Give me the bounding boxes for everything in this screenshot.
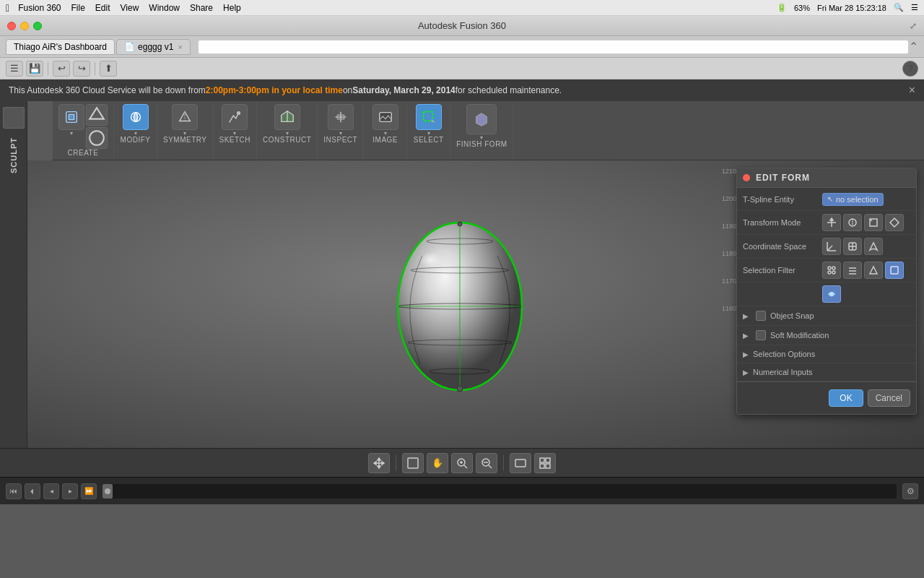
object-snap-label: Object Snap xyxy=(770,311,814,320)
sel-filter-btn-1[interactable] xyxy=(822,262,841,279)
timeline-play[interactable]: ▸ xyxy=(62,483,78,499)
timeline-prev-frame[interactable]: ⏴ xyxy=(25,483,40,499)
symmetry-dropdown-arrow[interactable] xyxy=(172,130,198,136)
cancel-button[interactable]: Cancel xyxy=(868,389,910,407)
sel-filter-btn-3[interactable] xyxy=(864,262,883,279)
soft-modification-row[interactable]: ▶ Soft Modification xyxy=(737,326,916,345)
tab-dashboard[interactable]: Thiago AiR's Dashboard xyxy=(6,39,115,55)
inspect-dropdown-arrow[interactable] xyxy=(328,130,354,136)
finishform-primary-btn[interactable] xyxy=(466,104,497,134)
notification-time-highlight: 2:00pm-3:00pm in your local time xyxy=(206,85,343,95)
inspect-primary-btn[interactable] xyxy=(328,104,354,130)
transform-mode-btn-4[interactable] xyxy=(885,214,904,231)
ribbon-section-inspect: INSPECT xyxy=(318,101,364,160)
object-snap-arrow: ▶ xyxy=(743,312,749,320)
sculpt-thumbnail[interactable] xyxy=(3,107,25,129)
timeline-skip-end[interactable]: ⏩ xyxy=(81,483,97,499)
minimize-window-btn[interactable] xyxy=(20,22,29,30)
object-snap-checkbox[interactable] xyxy=(756,311,766,321)
sketch-primary-btn[interactable] xyxy=(222,104,248,130)
notification-close-btn[interactable]: × xyxy=(909,84,915,97)
bottom-tool-grid[interactable] xyxy=(534,453,556,473)
bottom-tool-zoom-out[interactable] xyxy=(476,453,497,473)
sel-options-label: Selection Options xyxy=(753,350,815,358)
menu-view[interactable]: View xyxy=(121,3,139,13)
notification-text-before: This Autodesk 360 Cloud Service will be … xyxy=(9,85,206,95)
num-inputs-label: Numerical Inputs xyxy=(753,368,813,376)
panel-header: EDIT FORM xyxy=(737,168,916,188)
help-btn[interactable]: ? xyxy=(902,61,918,77)
bottom-tool-box[interactable] xyxy=(402,453,424,473)
menu-edit[interactable]: Edit xyxy=(95,3,110,13)
selection-options-row[interactable]: ▶ Selection Options xyxy=(737,345,916,363)
timeline-track[interactable] xyxy=(103,484,897,499)
bottom-tool-move[interactable] xyxy=(368,453,390,473)
construct-dropdown-arrow[interactable] xyxy=(274,130,300,136)
extra-filter-btn[interactable] xyxy=(822,285,841,303)
create-sub-btn-2[interactable] xyxy=(86,127,108,149)
coord-btn-2[interactable] xyxy=(843,238,862,255)
expand-btn[interactable]: ⤢ xyxy=(910,21,917,31)
object-snap-row[interactable]: ▶ Object Snap xyxy=(737,306,916,326)
close-window-btn[interactable] xyxy=(7,22,16,30)
transform-mode-btn-2[interactable] xyxy=(843,214,862,231)
timeline-step-back[interactable]: ◂ xyxy=(43,483,59,499)
tab-close-btn[interactable]: × xyxy=(178,43,182,51)
svg-point-50 xyxy=(830,293,833,296)
construct-primary-btn[interactable] xyxy=(274,104,300,130)
transform-mode-btn-3[interactable] xyxy=(864,214,883,231)
sel-filter-btn-4[interactable] xyxy=(885,262,904,279)
create-primary-btn[interactable] xyxy=(58,104,84,130)
image-dropdown-arrow[interactable] xyxy=(372,130,398,136)
timeline-skip-start[interactable]: ⏮ xyxy=(6,483,22,499)
select-primary-btn[interactable] xyxy=(416,104,442,130)
notification-bar: This Autodesk 360 Cloud Service will be … xyxy=(0,79,924,101)
coord-btn-3[interactable] xyxy=(864,238,883,255)
ribbon-section-symmetry: SYMMETRY xyxy=(157,101,214,160)
ok-button[interactable]: OK xyxy=(829,389,863,407)
coord-btn-1[interactable] xyxy=(822,238,841,255)
timeline-settings-btn[interactable]: ⚙ xyxy=(902,483,918,499)
timeline-thumb[interactable] xyxy=(103,484,113,499)
menu-icon[interactable]: ☰ xyxy=(911,3,918,12)
menu-window[interactable]: Window xyxy=(149,3,180,13)
modify-primary-btn[interactable] xyxy=(123,104,149,130)
panel-close-btn[interactable] xyxy=(743,174,750,181)
menu-file[interactable]: File xyxy=(71,3,85,13)
bottom-tool-display[interactable] xyxy=(510,453,531,473)
viewport[interactable]: FRONT 1210 1200 1190 1180 1170 1160 xyxy=(27,160,924,448)
toolbar-right: ? xyxy=(902,61,918,77)
tab-url-input[interactable] xyxy=(198,40,909,54)
search-icon[interactable]: 🔍 xyxy=(894,3,904,12)
select-dropdown-arrow[interactable] xyxy=(416,130,442,136)
sel-filter-btn-2[interactable] xyxy=(843,262,862,279)
menu-fusion360[interactable]: Fusion 360 xyxy=(18,3,61,13)
soft-mod-checkbox[interactable] xyxy=(756,330,766,340)
sidebar-toggle-btn[interactable]: ☰ xyxy=(6,61,23,77)
numerical-inputs-row[interactable]: ▶ Numerical Inputs xyxy=(737,363,916,381)
sketch-dropdown-arrow[interactable] xyxy=(222,130,248,136)
notification-text-after: for scheduled maintenance. xyxy=(456,85,562,95)
symmetry-primary-btn[interactable] xyxy=(172,104,198,130)
maximize-window-btn[interactable] xyxy=(33,22,42,30)
undo-btn[interactable]: ↩ xyxy=(53,61,70,77)
timeline: ⏮ ⏴ ◂ ▸ ⏩ ⚙ xyxy=(0,477,924,504)
t-spline-selection-input[interactable]: ↖ no selection xyxy=(822,193,884,206)
tab-collapse-btn[interactable]: ⌃ xyxy=(909,40,918,53)
transform-mode-btn-1[interactable] xyxy=(822,214,841,231)
image-primary-btn[interactable] xyxy=(372,104,398,130)
finishform-dropdown-arrow[interactable] xyxy=(466,134,497,140)
save-btn[interactable]: 💾 xyxy=(26,61,43,77)
edit-form-panel: EDIT FORM T-Spline Entity ↖ no selection… xyxy=(736,168,917,415)
tab-file[interactable]: 📄 egggg v1 × xyxy=(116,39,191,55)
redo-btn[interactable]: ↪ xyxy=(73,61,90,77)
create-sub-btn-1[interactable] xyxy=(86,104,108,126)
menu-share[interactable]: Share xyxy=(190,3,213,13)
menu-help[interactable]: Help xyxy=(223,3,241,13)
share-btn[interactable]: ⬆ xyxy=(100,61,117,77)
bottom-tool-zoom-fit[interactable] xyxy=(451,453,473,473)
svg-rect-68 xyxy=(540,464,544,468)
modify-dropdown-arrow[interactable] xyxy=(123,130,149,136)
bottom-tool-pan[interactable]: ✋ xyxy=(427,453,448,473)
create-dropdown-arrow[interactable] xyxy=(58,130,84,136)
